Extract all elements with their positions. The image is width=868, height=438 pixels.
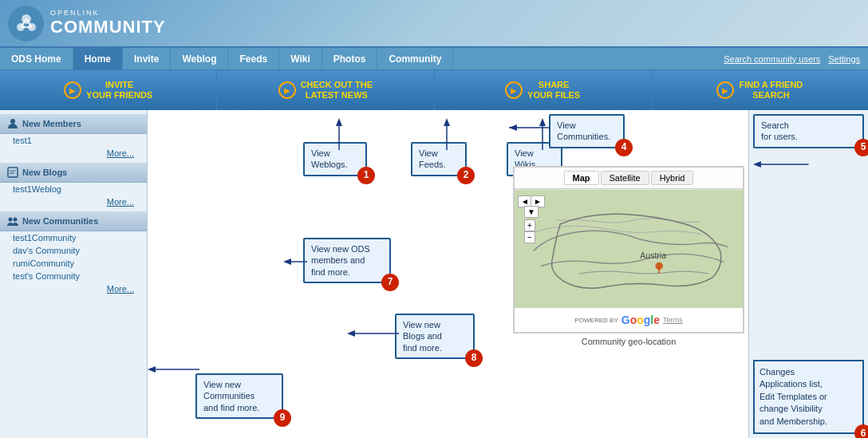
community-link-3[interactable]: rumiCommunity [13, 258, 74, 268]
main-content: New Members test1 More... New Blogs test… [0, 110, 868, 438]
svg-marker-30 [753, 161, 761, 168]
svg-text:Austria: Austria [640, 251, 666, 260]
action-invite[interactable]: ▶ INVITEYOUR FRIENDS [0, 70, 217, 110]
action-find[interactable]: ▶ FIND A FRIENDSEARCH [652, 70, 868, 110]
list-item: rumiCommunity [0, 257, 147, 270]
map-zoom-in[interactable]: + [524, 219, 535, 231]
list-item: test's Community [0, 270, 147, 282]
list-item: test1Community [0, 231, 147, 244]
nav-item-weblog[interactable]: Weblog [171, 48, 228, 69]
svg-marker-24 [283, 258, 291, 265]
map-btn-hybrid[interactable]: Hybrid [651, 171, 694, 185]
community-link-4[interactable]: test's Community [13, 271, 80, 281]
map-button-bar: Map Satellite Hybrid [515, 168, 743, 189]
svg-marker-19 [509, 124, 517, 131]
callout-6-text: Changes Applications list, Edit Template… [760, 367, 827, 426]
members-icon [6, 117, 19, 130]
map-zoom-out[interactable]: − [524, 231, 535, 243]
callout-8-text: View new Blogs and find more. [403, 320, 442, 353]
svg-point-10 [9, 218, 13, 222]
arrow-9 [148, 357, 199, 381]
nav-item-feeds[interactable]: Feeds [228, 48, 279, 69]
callout-4: View Communities. 4 [549, 114, 625, 148]
callout-2-num: 2 [457, 167, 475, 184]
callout-5-text: Search for users. [761, 120, 798, 141]
callout-9-num: 9 [274, 409, 291, 427]
map-label: Community geo-location [582, 337, 677, 346]
logo-icon [8, 6, 44, 41]
settings-link[interactable]: Settings [828, 54, 860, 64]
svg-marker-15 [444, 118, 450, 126]
map-content: Austria [515, 190, 743, 308]
svg-marker-28 [148, 366, 156, 373]
sidebar-more-blogs[interactable]: More... [0, 195, 147, 208]
callout-8: View new Blogs and find more. 8 [395, 314, 475, 359]
content-area: View Weblogs. 1 View Feeds. 2 View Wikis… [148, 110, 748, 438]
callout-2-text: View Feeds. [419, 148, 446, 169]
sidebar-more-members[interactable]: More... [0, 147, 147, 160]
find-text: FIND A FRIENDSEARCH [739, 80, 803, 101]
nav-item-invite[interactable]: Invite [123, 48, 171, 69]
map-btn-satellite[interactable]: Satellite [601, 171, 649, 185]
google-logo: Google [621, 314, 660, 326]
callout-5: Search for users. 5 [753, 114, 864, 148]
nav-right: Search community users Settings [724, 54, 868, 64]
callout-9-text: View new Communities and find more. [203, 380, 259, 412]
map-svg: Austria [515, 190, 743, 308]
callout-9: View new Communities and find more. 9 [195, 373, 283, 419]
blog-link[interactable]: test1Weblog [13, 184, 61, 194]
blogs-icon [6, 166, 19, 179]
community-link-1[interactable]: test1Community [13, 233, 76, 243]
arrow-8 [347, 326, 399, 341]
header: OPENLINK COMMUNITY [0, 0, 868, 48]
list-item: test1 [0, 134, 147, 147]
sidebar-section-blogs: New Blogs test1Weblog More... [0, 163, 147, 208]
sidebar-section-communities: New Communities test1Community dav's Com… [0, 211, 147, 295]
share-text: SHAREYOUR FILES [527, 80, 580, 101]
callout-7: View new ODS members and find more. 7 [303, 238, 391, 283]
invite-icon: ▶ [64, 81, 81, 99]
svg-point-11 [14, 218, 18, 222]
search-community-link[interactable]: Search community users [724, 54, 820, 64]
nav-item-photos[interactable]: Photos [322, 48, 378, 69]
member-link[interactable]: test1 [13, 136, 32, 145]
svg-marker-26 [347, 330, 355, 337]
sidebar-more-communities[interactable]: More... [0, 282, 147, 295]
action-bar: ▶ INVITEYOUR FRIENDS ▶ CHECK OUT THELATE… [0, 70, 868, 110]
find-icon: ▶ [716, 81, 734, 99]
share-icon: ▶ [505, 81, 523, 99]
map-footer: POWERED BY Google Terms [515, 308, 743, 332]
logo-area: OPENLINK COMMUNITY [8, 6, 166, 41]
nav-item-community[interactable]: Community [377, 48, 453, 69]
news-icon: ▶ [278, 81, 296, 99]
arrow-4 [509, 118, 557, 138]
community-link-2[interactable]: dav's Community [13, 246, 80, 255]
terms-link[interactable]: Terms [663, 316, 683, 324]
arrow-7 [283, 254, 307, 270]
nav-item-ods-home[interactable]: ODS Home [0, 48, 73, 69]
sidebar: New Members test1 More... New Blogs test… [0, 110, 148, 438]
action-news[interactable]: ▶ CHECK OUT THELATEST NEWS [217, 70, 434, 110]
callout-5-num: 5 [854, 139, 868, 156]
powered-by-text: POWERED BY [575, 317, 618, 324]
action-share[interactable]: ▶ SHAREYOUR FILES [435, 70, 652, 110]
callout-6-num: 6 [854, 424, 868, 438]
svg-marker-13 [336, 118, 342, 126]
callout-7-text: View new ODS members and find more. [311, 244, 370, 277]
callout-1-num: 1 [357, 167, 375, 184]
map-btn-map[interactable]: Map [564, 171, 599, 185]
arrow-1 [331, 118, 347, 150]
map-nav-up[interactable]: ▼ [524, 206, 539, 218]
svg-rect-7 [8, 168, 18, 177]
callout-1-text: View Weblogs. [311, 148, 348, 169]
nav-item-wiki[interactable]: Wiki [279, 48, 322, 69]
news-text: CHECK OUT THELATEST NEWS [301, 80, 373, 101]
navbar: ODS Home Home Invite Weblog Feeds Wiki P… [0, 48, 868, 70]
callout-6: Changes Applications list, Edit Template… [753, 360, 864, 434]
sidebar-title-communities: New Communities [0, 211, 147, 231]
callout-8-num: 8 [465, 349, 483, 367]
nav-item-home[interactable]: Home [73, 48, 123, 69]
sidebar-title-blogs: New Blogs [0, 163, 147, 183]
list-item: test1Weblog [0, 183, 147, 195]
map-container: Map Satellite Hybrid Austria [513, 166, 744, 333]
